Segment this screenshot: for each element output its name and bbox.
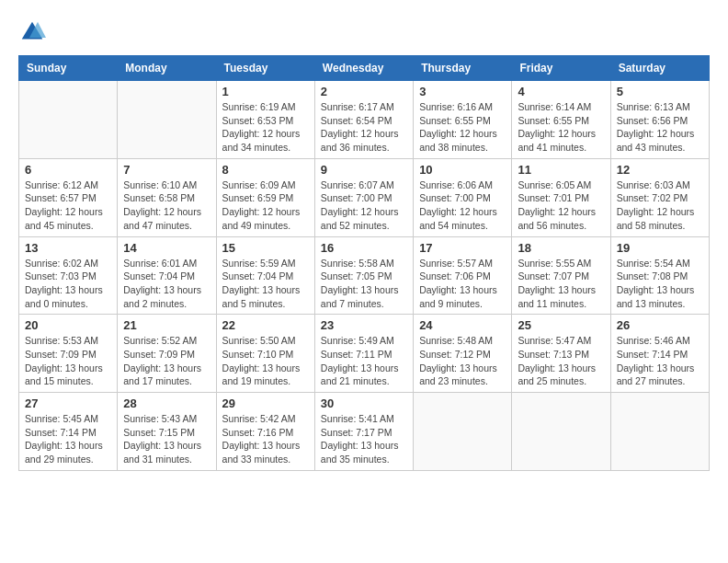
day-number: 11 [518,163,604,177]
calendar-cell: 28Sunrise: 5:43 AM Sunset: 7:15 PM Dayli… [118,393,216,471]
day-number: 13 [25,241,111,255]
day-info: Sunrise: 5:43 AM Sunset: 7:15 PM Dayligh… [123,412,210,466]
calendar-cell: 24Sunrise: 5:48 AM Sunset: 7:12 PM Dayli… [414,315,512,393]
day-info: Sunrise: 5:58 AM Sunset: 7:05 PM Dayligh… [321,257,407,311]
day-info: Sunrise: 6:14 AM Sunset: 6:55 PM Dayligh… [518,100,604,155]
day-number: 3 [419,85,506,98]
column-header-friday: Friday [512,56,610,81]
column-header-tuesday: Tuesday [216,56,314,81]
calendar-cell [19,81,118,159]
logo [18,18,50,46]
day-info: Sunrise: 6:07 AM Sunset: 7:00 PM Dayligh… [321,178,407,233]
day-info: Sunrise: 5:48 AM Sunset: 7:12 PM Dayligh… [419,334,506,388]
logo-icon [18,18,46,46]
day-info: Sunrise: 5:54 AM Sunset: 7:08 PM Dayligh… [617,257,703,311]
day-info: Sunrise: 6:02 AM Sunset: 7:03 PM Dayligh… [25,257,111,311]
day-number: 18 [518,241,604,255]
day-number: 7 [123,163,210,177]
calendar-cell: 5Sunrise: 6:13 AM Sunset: 6:56 PM Daylig… [610,81,709,159]
week-row-1: 1Sunrise: 6:19 AM Sunset: 6:53 PM Daylig… [19,81,710,159]
column-header-monday: Monday [118,56,216,81]
column-header-sunday: Sunday [19,56,118,81]
day-info: Sunrise: 6:10 AM Sunset: 6:58 PM Dayligh… [123,178,210,233]
day-number: 21 [123,318,210,332]
calendar-cell: 22Sunrise: 5:50 AM Sunset: 7:10 PM Dayli… [216,315,314,393]
calendar-cell [512,393,610,471]
calendar-cell: 6Sunrise: 6:12 AM Sunset: 6:57 PM Daylig… [19,158,118,236]
day-info: Sunrise: 6:16 AM Sunset: 6:55 PM Dayligh… [419,100,506,155]
day-info: Sunrise: 5:45 AM Sunset: 7:14 PM Dayligh… [25,412,111,466]
calendar-cell: 12Sunrise: 6:03 AM Sunset: 7:02 PM Dayli… [610,158,709,236]
day-number: 29 [222,396,309,410]
week-row-2: 6Sunrise: 6:12 AM Sunset: 6:57 PM Daylig… [19,158,710,236]
day-number: 6 [25,163,111,177]
day-number: 12 [617,163,703,177]
day-number: 24 [419,318,506,332]
day-info: Sunrise: 5:47 AM Sunset: 7:13 PM Dayligh… [518,334,604,388]
calendar-cell: 27Sunrise: 5:45 AM Sunset: 7:14 PM Dayli… [19,393,118,471]
week-row-4: 20Sunrise: 5:53 AM Sunset: 7:09 PM Dayli… [19,315,710,393]
day-number: 27 [25,396,111,410]
day-number: 2 [321,85,407,98]
day-number: 4 [518,85,604,98]
day-info: Sunrise: 5:50 AM Sunset: 7:10 PM Dayligh… [222,334,309,388]
week-row-5: 27Sunrise: 5:45 AM Sunset: 7:14 PM Dayli… [19,393,710,471]
column-header-saturday: Saturday [610,56,709,81]
calendar-cell [414,393,512,471]
day-info: Sunrise: 6:05 AM Sunset: 7:01 PM Dayligh… [518,178,604,233]
calendar-cell: 19Sunrise: 5:54 AM Sunset: 7:08 PM Dayli… [610,236,709,315]
calendar-cell: 14Sunrise: 6:01 AM Sunset: 7:04 PM Dayli… [118,236,216,315]
calendar-cell: 30Sunrise: 5:41 AM Sunset: 7:17 PM Dayli… [314,393,413,471]
calendar-cell: 18Sunrise: 5:55 AM Sunset: 7:07 PM Dayli… [512,236,610,315]
column-header-thursday: Thursday [414,56,512,81]
week-row-3: 13Sunrise: 6:02 AM Sunset: 7:03 PM Dayli… [19,236,710,315]
day-info: Sunrise: 6:12 AM Sunset: 6:57 PM Dayligh… [25,178,111,233]
day-info: Sunrise: 6:13 AM Sunset: 6:56 PM Dayligh… [617,100,703,155]
calendar-cell: 11Sunrise: 6:05 AM Sunset: 7:01 PM Dayli… [512,158,610,236]
day-info: Sunrise: 6:06 AM Sunset: 7:00 PM Dayligh… [419,178,506,233]
calendar-cell: 16Sunrise: 5:58 AM Sunset: 7:05 PM Dayli… [314,236,413,315]
day-number: 30 [321,396,407,410]
day-number: 9 [321,163,407,177]
day-number: 19 [617,241,703,255]
calendar-cell: 7Sunrise: 6:10 AM Sunset: 6:58 PM Daylig… [118,158,216,236]
day-info: Sunrise: 5:42 AM Sunset: 7:16 PM Dayligh… [222,412,309,466]
day-info: Sunrise: 5:52 AM Sunset: 7:09 PM Dayligh… [123,334,210,388]
day-number: 26 [617,318,703,332]
calendar-cell: 25Sunrise: 5:47 AM Sunset: 7:13 PM Dayli… [512,315,610,393]
day-number: 25 [518,318,604,332]
calendar-cell: 26Sunrise: 5:46 AM Sunset: 7:14 PM Dayli… [610,315,709,393]
day-info: Sunrise: 5:49 AM Sunset: 7:11 PM Dayligh… [321,334,407,388]
day-info: Sunrise: 6:17 AM Sunset: 6:54 PM Dayligh… [321,100,407,155]
calendar-cell: 15Sunrise: 5:59 AM Sunset: 7:04 PM Dayli… [216,236,314,315]
calendar-header-row: SundayMondayTuesdayWednesdayThursdayFrid… [19,56,710,81]
day-number: 22 [222,318,309,332]
calendar-cell: 9Sunrise: 6:07 AM Sunset: 7:00 PM Daylig… [314,158,413,236]
calendar-cell: 29Sunrise: 5:42 AM Sunset: 7:16 PM Dayli… [216,393,314,471]
day-number: 15 [222,241,309,255]
day-info: Sunrise: 6:03 AM Sunset: 7:02 PM Dayligh… [617,178,703,233]
calendar-cell: 17Sunrise: 5:57 AM Sunset: 7:06 PM Dayli… [414,236,512,315]
day-info: Sunrise: 6:09 AM Sunset: 6:59 PM Dayligh… [222,178,309,233]
day-info: Sunrise: 5:57 AM Sunset: 7:06 PM Dayligh… [419,257,506,311]
calendar-cell: 23Sunrise: 5:49 AM Sunset: 7:11 PM Dayli… [314,315,413,393]
day-info: Sunrise: 6:19 AM Sunset: 6:53 PM Dayligh… [222,100,309,155]
calendar-cell: 4Sunrise: 6:14 AM Sunset: 6:55 PM Daylig… [512,81,610,159]
day-number: 14 [123,241,210,255]
day-number: 8 [222,163,309,177]
calendar-cell: 20Sunrise: 5:53 AM Sunset: 7:09 PM Dayli… [19,315,118,393]
column-header-wednesday: Wednesday [314,56,413,81]
day-number: 10 [419,163,506,177]
day-number: 16 [321,241,407,255]
day-number: 1 [222,85,309,98]
calendar-cell: 13Sunrise: 6:02 AM Sunset: 7:03 PM Dayli… [19,236,118,315]
calendar-cell [118,81,216,159]
calendar-cell: 2Sunrise: 6:17 AM Sunset: 6:54 PM Daylig… [314,81,413,159]
calendar-cell: 3Sunrise: 6:16 AM Sunset: 6:55 PM Daylig… [414,81,512,159]
day-number: 17 [419,241,506,255]
day-info: Sunrise: 5:41 AM Sunset: 7:17 PM Dayligh… [321,412,407,466]
day-number: 20 [25,318,111,332]
calendar-cell: 21Sunrise: 5:52 AM Sunset: 7:09 PM Dayli… [118,315,216,393]
header [18,18,710,46]
calendar-cell: 10Sunrise: 6:06 AM Sunset: 7:00 PM Dayli… [414,158,512,236]
